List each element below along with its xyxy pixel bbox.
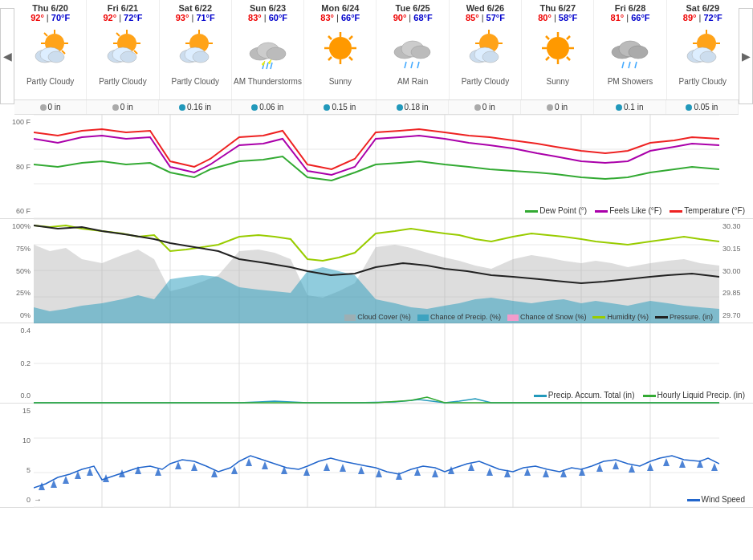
precip-y-labels: 0.4 0.2 0.0 — [0, 323, 34, 403]
svg-point-59 — [547, 37, 569, 59]
svg-marker-139 — [87, 468, 93, 476]
svg-line-44 — [328, 57, 332, 60]
prev-button[interactable]: ◀ — [0, 8, 14, 104]
precip-1: 0 in — [87, 100, 159, 114]
svg-marker-170 — [647, 463, 653, 471]
day-col-4: Mon 6/24 83° | 66°F Sunny — [304, 0, 376, 99]
weather-icon-0 — [26, 26, 75, 74]
svg-line-64 — [546, 36, 549, 39]
precip-accum-chart: 0.4 0.2 0.0 Precip. Accum. Tota — [0, 323, 753, 404]
svg-marker-147 — [231, 466, 238, 474]
svg-line-65 — [567, 57, 570, 60]
svg-marker-154 — [358, 466, 364, 474]
wind-direction-label: → — [34, 495, 42, 504]
svg-line-45 — [349, 36, 352, 39]
day-col-8: Fri 6/28 81° | 66°F PM Showers — [594, 0, 666, 99]
weather-icon-6 — [461, 26, 509, 74]
svg-marker-155 — [376, 469, 382, 477]
svg-marker-144 — [175, 461, 181, 469]
wind-chart-svg — [34, 404, 719, 508]
precip-2: 0.16 in — [159, 100, 231, 114]
svg-marker-174 — [711, 463, 718, 471]
temp-y-labels: 100 F 80 F 60 F — [0, 115, 34, 218]
svg-marker-164 — [543, 469, 549, 477]
weather-icon-8 — [606, 26, 654, 74]
day-col-5: Tue 6/25 90° | 68°F AM Rain — [376, 0, 449, 99]
svg-point-21 — [120, 51, 136, 63]
svg-line-42 — [328, 36, 332, 39]
svg-point-58 — [482, 51, 499, 63]
precip-0: 0 in — [14, 100, 87, 114]
svg-marker-36 — [268, 59, 271, 64]
precip-4: 0.15 in — [304, 100, 376, 114]
svg-line-5 — [44, 33, 47, 36]
precip-3: 0.06 in — [232, 100, 304, 114]
svg-line-34 — [271, 63, 272, 69]
day-col-3: Sun 6/23 83° | 60°F AM Thunderstorms — [232, 0, 304, 99]
next-button[interactable]: ▶ — [739, 8, 753, 104]
svg-line-72 — [629, 62, 630, 68]
svg-point-28 — [193, 51, 209, 63]
svg-point-37 — [329, 37, 352, 59]
temp-chart-svg — [34, 115, 719, 219]
precip-9: 0.05 in — [666, 100, 739, 114]
day-col-9: Sat 6/29 89° | 72°F Partly Cloudy — [667, 0, 739, 99]
weather-icon-7 — [534, 26, 582, 74]
svg-line-71 — [622, 62, 624, 68]
precip-5: 0.18 in — [376, 100, 449, 114]
cloud-chart-svg — [34, 219, 719, 323]
precip-6: 0 in — [449, 100, 521, 114]
svg-line-50 — [411, 62, 413, 68]
cloud-y-labels-left: 100% 75% 50% 25% 0% — [0, 219, 34, 323]
precip-row: 0 in 0 in 0.16 in 0.06 in 0.15 in 0.18 i… — [14, 100, 739, 115]
temp-chart-legend: Dew Point (°) Feels Like (°F) Temperatur… — [525, 206, 745, 215]
svg-marker-163 — [524, 468, 531, 476]
svg-marker-167 — [596, 464, 603, 472]
day-col-0: Thu 6/20 92° | 70°F Partly Cloudy — [14, 0, 87, 99]
svg-marker-157 — [414, 468, 421, 476]
wind-chart: 15 10 5 0 — [0, 404, 753, 508]
svg-line-51 — [417, 62, 419, 68]
svg-point-48 — [411, 46, 430, 59]
weather-icon-3 — [244, 26, 292, 74]
svg-line-66 — [546, 57, 549, 60]
svg-marker-158 — [432, 469, 438, 477]
day-col-2: Sat 6/22 93° | 71°F Partly Cloudy — [160, 0, 232, 99]
temperature-chart: 100 F 80 F 60 F — [0, 115, 753, 219]
cloud-chart-legend: Cloud Cover (%) Chance of Precip. (%) Ch… — [344, 313, 713, 321]
svg-marker-137 — [63, 476, 69, 484]
svg-point-70 — [629, 46, 648, 59]
svg-marker-172 — [679, 460, 686, 468]
weather-icon-9 — [678, 26, 727, 74]
weather-container: ◀ ▶ Thu 6/20 92° | 70°F — [0, 0, 753, 508]
wind-y-labels: 15 10 5 0 — [0, 404, 34, 507]
svg-line-67 — [567, 36, 570, 39]
svg-marker-168 — [613, 461, 619, 469]
weather-icon-5 — [389, 26, 437, 74]
weather-icon-1 — [99, 26, 147, 74]
svg-line-43 — [349, 57, 352, 60]
svg-marker-153 — [340, 464, 346, 472]
svg-line-33 — [267, 63, 268, 69]
day-col-7: Thu 6/27 80° | 58°F Sunny — [522, 0, 594, 99]
precip-8: 0.1 in — [594, 100, 666, 114]
cloud-y-labels-right: 30.30 30.15 30.00 29.85 29.70 — [719, 219, 753, 323]
svg-marker-160 — [468, 463, 474, 471]
days-section: ◀ ▶ Thu 6/20 92° | 70°F — [0, 0, 753, 115]
svg-point-10 — [48, 51, 64, 63]
svg-marker-152 — [324, 463, 330, 471]
svg-point-31 — [267, 47, 286, 60]
svg-line-49 — [405, 62, 406, 68]
svg-marker-145 — [191, 463, 197, 471]
weather-icon-2 — [171, 26, 219, 74]
svg-line-73 — [635, 62, 637, 68]
svg-marker-169 — [629, 465, 635, 473]
svg-marker-161 — [486, 468, 493, 476]
svg-line-16 — [116, 33, 120, 36]
days-header: Thu 6/20 92° | 70°F Partly Cloudy — [14, 0, 739, 100]
svg-marker-151 — [303, 468, 310, 476]
precip-accum-legend: Precip. Accum. Total (in) Hourly Liquid … — [534, 391, 745, 400]
cloud-chart: 100% 75% 50% 25% 0% 30.30 30.15 30.00 29… — [0, 219, 753, 323]
svg-marker-171 — [663, 458, 670, 466]
svg-marker-148 — [246, 458, 252, 466]
